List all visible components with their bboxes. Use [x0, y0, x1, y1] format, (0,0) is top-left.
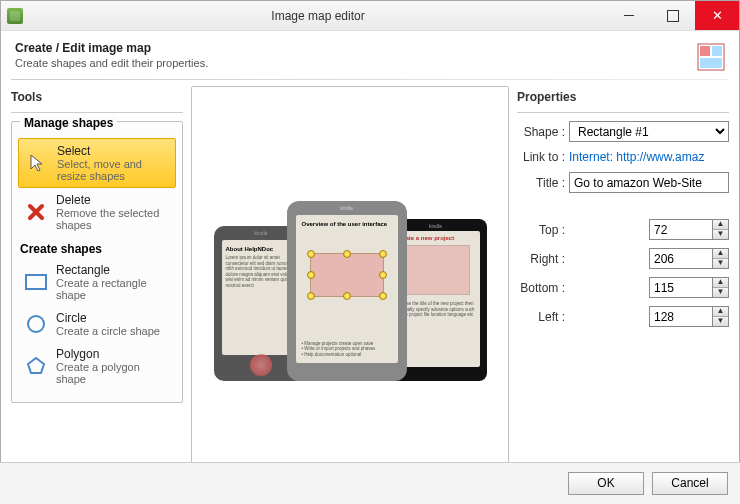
cancel-button[interactable]: Cancel — [652, 472, 728, 495]
rectangle-overlay — [402, 245, 470, 295]
svg-rect-2 — [712, 46, 722, 56]
polygon-icon — [24, 354, 48, 378]
header-subtitle: Create shapes and edit their properties. — [15, 57, 208, 69]
left-down[interactable]: ▼ — [713, 317, 728, 327]
close-button[interactable] — [695, 1, 739, 30]
tool-delete[interactable]: Delete Remove the selected shapes — [18, 188, 176, 236]
right-label: Right : — [517, 252, 565, 266]
home-button-overlay — [250, 354, 272, 376]
minimize-button[interactable] — [607, 1, 651, 30]
imagemap-icon — [697, 43, 725, 71]
ereader-center: kindle Overview of the user interface • … — [287, 201, 407, 381]
tool-circle[interactable]: Circle Create a circle shape — [18, 306, 176, 342]
svg-point-5 — [28, 316, 44, 332]
bottom-down[interactable]: ▼ — [713, 288, 728, 298]
top-down[interactable]: ▼ — [713, 230, 728, 240]
canvas-panel[interactable]: kindle About HelpNDoc Lorem ipsum dolor … — [191, 86, 509, 474]
left-label: Left : — [517, 310, 565, 324]
rectangle-icon — [24, 270, 48, 294]
bottom-input[interactable] — [649, 277, 713, 298]
header-title: Create / Edit image map — [15, 41, 208, 55]
svg-rect-3 — [700, 58, 722, 68]
tools-panel: Tools Manage shapes Select Select, move … — [11, 86, 183, 474]
title-input[interactable] — [569, 172, 729, 193]
linkto-label: Link to : — [517, 150, 565, 164]
svg-rect-4 — [26, 275, 46, 289]
footer: OK Cancel — [0, 462, 740, 504]
top-label: Top : — [517, 223, 565, 237]
tool-rectangle[interactable]: Rectangle Create a rectangle shape — [18, 258, 176, 306]
selected-rectangle[interactable] — [310, 253, 384, 297]
linkto-link[interactable]: Internet: http://www.amaz — [569, 150, 729, 164]
properties-panel: Properties Shape : Rectangle #1 Link to … — [517, 86, 729, 474]
create-shapes-title: Create shapes — [20, 242, 176, 256]
app-icon — [7, 8, 23, 24]
svg-marker-6 — [28, 358, 44, 373]
delete-icon — [24, 200, 48, 224]
top-input[interactable] — [649, 219, 713, 240]
bottom-label: Bottom : — [517, 281, 565, 295]
window-title: Image map editor — [29, 9, 607, 23]
shape-select[interactable]: Rectangle #1 — [569, 121, 729, 142]
maximize-button[interactable] — [651, 1, 695, 30]
manage-shapes-title: Manage shapes — [20, 116, 117, 130]
header: Create / Edit image map Create shapes an… — [1, 31, 739, 79]
ok-button[interactable]: OK — [568, 472, 644, 495]
tools-title: Tools — [11, 86, 183, 113]
tool-polygon[interactable]: Polygon Create a polygon shape — [18, 342, 176, 390]
title-label: Title : — [517, 176, 565, 190]
svg-rect-1 — [700, 46, 710, 56]
titlebar: Image map editor — [1, 1, 739, 31]
left-input[interactable] — [649, 306, 713, 327]
shape-label: Shape : — [517, 125, 565, 139]
properties-title: Properties — [517, 86, 729, 113]
circle-icon — [24, 312, 48, 336]
cursor-icon — [25, 151, 49, 175]
right-down[interactable]: ▼ — [713, 259, 728, 269]
right-input[interactable] — [649, 248, 713, 269]
tool-select[interactable]: Select Select, move and resize shapes — [18, 138, 176, 188]
